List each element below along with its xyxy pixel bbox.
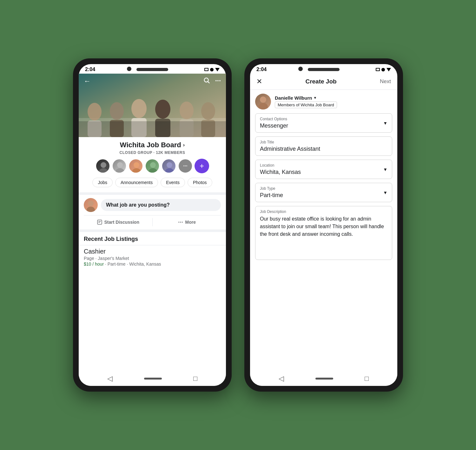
job-type-field[interactable]: Job Type Part-time ▼ bbox=[255, 183, 392, 202]
cover-photo: ← ··· bbox=[79, 74, 226, 137]
contact-options-dropdown-icon: ▼ bbox=[383, 121, 387, 126]
contact-options-field[interactable]: Contact Options Messenger ▼ bbox=[255, 113, 392, 133]
location-label: Location bbox=[260, 163, 387, 168]
time-2: 2:04 bbox=[256, 67, 267, 72]
job-title-field[interactable]: Job Title Administrative Assistant bbox=[255, 136, 392, 156]
close-button[interactable]: ✕ bbox=[256, 77, 262, 86]
post-input[interactable]: What job are you posting? bbox=[101, 199, 221, 211]
svg-point-12 bbox=[201, 102, 215, 120]
member-avatars: ··· + bbox=[84, 159, 221, 173]
tab-photos[interactable]: Photos bbox=[188, 178, 212, 187]
next-button[interactable]: Next bbox=[380, 78, 391, 85]
svg-point-4 bbox=[110, 102, 124, 120]
network-icon bbox=[210, 68, 214, 71]
member-avatar-2 bbox=[112, 159, 127, 173]
camera bbox=[127, 67, 131, 71]
tab-announcements[interactable]: Announcements bbox=[115, 178, 158, 187]
svg-point-33 bbox=[180, 222, 181, 223]
add-member-button[interactable]: + bbox=[195, 159, 209, 173]
nav-back-button[interactable]: ◁ bbox=[107, 374, 113, 383]
group-name: Wichita Job Board › bbox=[84, 141, 221, 149]
job-details-1: $10 / hour · Part-time · Wichita, Kansas bbox=[84, 261, 221, 267]
svg-rect-14 bbox=[79, 121, 226, 137]
signal-icon bbox=[215, 68, 220, 71]
more-label: More bbox=[185, 220, 196, 225]
tab-events[interactable]: Events bbox=[161, 178, 185, 187]
battery-icon bbox=[204, 68, 208, 71]
job-description-label: Job Description bbox=[260, 209, 387, 214]
nav-home-button[interactable] bbox=[144, 378, 162, 380]
svg-point-17 bbox=[101, 162, 106, 168]
nav-recents-button[interactable]: □ bbox=[193, 374, 197, 383]
svg-point-24 bbox=[149, 168, 157, 173]
phone-2: 2:04 ✕ Create Job Next bbox=[244, 58, 403, 392]
svg-point-34 bbox=[182, 222, 182, 223]
nav-recents-button-2[interactable]: □ bbox=[365, 374, 369, 383]
svg-point-26 bbox=[165, 168, 174, 173]
job-listing-1[interactable]: Cashier Page · Jasper's Market $10 / hou… bbox=[79, 245, 226, 270]
svg-point-28 bbox=[87, 207, 95, 212]
recent-jobs-header: Recent Job Listings bbox=[79, 232, 226, 245]
poster-name: Danielle Wilburn ▼ bbox=[275, 95, 337, 101]
svg-point-19 bbox=[117, 162, 123, 168]
svg-point-36 bbox=[258, 103, 268, 109]
group-tabs: Jobs Announcements Events Photos bbox=[84, 178, 221, 187]
member-avatar-more[interactable]: ··· bbox=[178, 159, 193, 173]
svg-point-2 bbox=[88, 103, 102, 121]
svg-point-25 bbox=[167, 162, 172, 168]
start-discussion-label: Start Discussion bbox=[104, 220, 139, 225]
svg-point-15 bbox=[204, 78, 208, 82]
location-field[interactable]: Location Wichita, Kansas ▼ bbox=[255, 160, 392, 179]
speaker bbox=[136, 68, 168, 71]
status-icons-1 bbox=[204, 68, 220, 71]
network-icon-2 bbox=[381, 68, 385, 71]
location-value: Wichita, Kansas bbox=[260, 169, 387, 175]
more-button[interactable]: More bbox=[153, 218, 221, 226]
svg-point-23 bbox=[150, 162, 156, 168]
svg-point-21 bbox=[134, 162, 139, 168]
post-area: What job are you posting? Start Discussi… bbox=[79, 195, 226, 229]
nav-bar: ← ··· bbox=[79, 74, 226, 89]
page-title: Create Job bbox=[305, 78, 336, 85]
status-icons-2 bbox=[376, 68, 391, 71]
group-info: Wichita Job Board › CLOSED GROUP · 12K M… bbox=[79, 137, 226, 192]
contact-options-value: Messenger bbox=[260, 122, 387, 129]
svg-point-18 bbox=[99, 168, 108, 173]
job-type-location-1: · Part-time · Wichita, Kansas bbox=[105, 261, 161, 267]
group-meta: CLOSED GROUP · 12K MEMBERS bbox=[84, 150, 221, 155]
nav-back-button-2[interactable]: ◁ bbox=[279, 374, 284, 383]
tab-jobs[interactable]: Jobs bbox=[92, 178, 113, 187]
spacer bbox=[79, 270, 226, 371]
svg-point-6 bbox=[131, 99, 147, 118]
speaker-2 bbox=[308, 68, 340, 71]
more-options-button[interactable]: ··· bbox=[215, 77, 221, 86]
job-description-field[interactable]: Job Description Our busy real estate off… bbox=[255, 206, 392, 260]
form-fields: Contact Options Messenger ▼ Job Title Ad… bbox=[250, 113, 397, 371]
svg-point-27 bbox=[88, 201, 94, 206]
start-discussion-button[interactable]: Start Discussion bbox=[84, 218, 152, 226]
back-button[interactable]: ← bbox=[84, 77, 91, 85]
phone-1: 2:04 bbox=[73, 58, 232, 392]
job-type-dropdown-icon: ▼ bbox=[383, 190, 387, 195]
poster-audience[interactable]: Members of Wichita Job Board bbox=[275, 102, 337, 108]
divider-1 bbox=[79, 192, 226, 195]
member-avatar-1 bbox=[96, 159, 110, 173]
job-type-value: Part-time bbox=[260, 192, 387, 199]
poster-dropdown-arrow: ▼ bbox=[313, 96, 317, 100]
post-input-row: What job are you posting? bbox=[84, 198, 221, 212]
search-button[interactable] bbox=[203, 77, 210, 86]
svg-point-10 bbox=[180, 102, 194, 119]
create-job-header: ✕ Create Job Next bbox=[250, 74, 397, 90]
job-title-label: Job Title bbox=[260, 140, 387, 144]
job-type-label: Job Type bbox=[260, 186, 387, 191]
member-avatar-4 bbox=[145, 159, 160, 173]
svg-line-16 bbox=[208, 82, 209, 83]
contact-options-label: Contact Options bbox=[260, 117, 387, 121]
camera-2 bbox=[298, 67, 303, 71]
nav-right-icons: ··· bbox=[203, 77, 221, 86]
nav-home-button-2[interactable] bbox=[315, 378, 333, 380]
svg-point-22 bbox=[132, 168, 141, 173]
svg-point-35 bbox=[260, 96, 266, 103]
signal-icon-2 bbox=[387, 68, 391, 71]
job-pay-1: $10 / hour bbox=[84, 261, 104, 267]
